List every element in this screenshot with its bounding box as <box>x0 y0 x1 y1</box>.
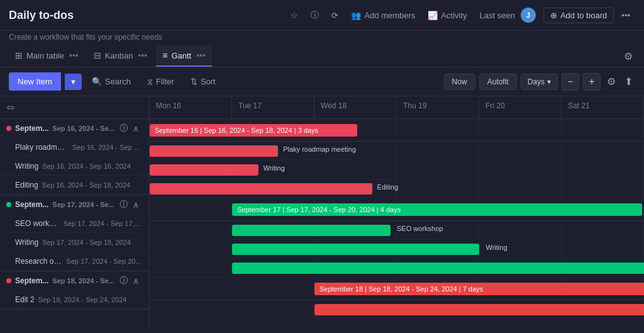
gantt-controls: Now Autofit Days ▾ − + ⚙ ⬆ <box>444 73 635 91</box>
group-3-chevron-icon[interactable]: ∧ <box>133 276 139 286</box>
sort-button[interactable]: ⇅ Sort <box>184 73 222 90</box>
add-to-board-button[interactable]: ⊕ Add to board <box>543 8 614 23</box>
gantt-cell <box>479 179 562 198</box>
task-date: Sep 17, 2024 - Sep 20, 2... <box>66 257 143 265</box>
group-3: Septem... Sep 18, 2024 - Se... ⓘ ∧ Edit … <box>0 271 149 310</box>
gantt-chart-area[interactable]: Mon 16 Tue 17 Wed 18 Thu 19 Fri 20 Sat 2… <box>150 96 644 327</box>
new-item-dropdown-button[interactable]: ▼ <box>65 74 82 90</box>
activity-button[interactable]: 📈 Activity <box>423 8 472 23</box>
gantt-task-row: Writing <box>150 240 644 259</box>
gantt-inner: Mon 16 Tue 17 Wed 18 Thu 19 Fri 20 Sat 2… <box>150 96 644 319</box>
days-dropdown-button[interactable]: Days ▾ <box>521 74 558 90</box>
gantt-task-row <box>150 300 644 319</box>
search-button[interactable]: 🔍 Search <box>86 73 137 90</box>
task-row[interactable]: Research on ... Sep 17, 2024 - Sep 20, 2… <box>0 252 149 271</box>
group-2-bar: September 17 | Sep 17, 2024 - Sep 20, 20… <box>232 203 642 216</box>
tab-main-table-dots[interactable]: ••• <box>69 50 79 60</box>
task-bar-label: Editing <box>377 183 399 191</box>
refresh-button[interactable]: ⟳ <box>326 8 343 23</box>
task-row[interactable]: Writing Sep 17, 2024 - Sep 18, 2024 <box>0 233 149 252</box>
group-2-chevron-icon[interactable]: ∧ <box>133 200 139 210</box>
task-row[interactable]: Writing Sep 16, 2024 - Sep 16, 2024 <box>0 157 149 176</box>
gantt-cell <box>397 161 479 179</box>
gantt-cell <box>479 161 562 179</box>
group-2-date: Sep 17, 2024 - Se... <box>52 201 114 208</box>
gantt-cell <box>150 198 232 220</box>
gantt-cell <box>397 142 479 160</box>
group-1-bar: September 16 | Sep 16, 2024 - Sep 18, 20… <box>150 124 357 137</box>
task-row[interactable]: Plaky roadmap ... Sep 16, 2024 - Sep 1..… <box>0 138 149 157</box>
board-settings-button[interactable]: ⚙ <box>621 48 635 65</box>
autofit-button[interactable]: Autofit <box>479 74 517 90</box>
tab-main-table[interactable]: ⊞ Main table ••• <box>9 45 85 67</box>
activity-icon: 📈 <box>428 11 438 20</box>
gantt-task-row: Plaky roadmap meeting <box>150 142 644 161</box>
gantt-cell <box>479 221 562 239</box>
now-button[interactable]: Now <box>444 74 475 90</box>
day-col-mon16: Mon 16 <box>150 96 232 118</box>
export-button[interactable]: ⬆ <box>622 73 635 90</box>
group-2: Septem... Sep 17, 2024 - Se... ⓘ ∧ SEO w… <box>0 195 149 271</box>
filter-button[interactable]: ⧖ Filter <box>141 73 180 91</box>
column-header-row: ⇔ <box>0 96 149 119</box>
app-title: Daily to-dos <box>9 9 74 22</box>
filter-icon: ⧖ <box>147 77 153 87</box>
tab-kanban[interactable]: ⊟ Kanban ••• <box>87 45 154 67</box>
task-bar-label: SEO workshop <box>397 225 443 232</box>
info-button[interactable]: ⓘ <box>306 7 324 23</box>
gantt-settings-button[interactable]: ⚙ <box>604 73 618 90</box>
gantt-cell <box>232 300 314 319</box>
zoom-in-button[interactable]: + <box>583 73 601 91</box>
task-bar-label: Writing <box>486 244 507 251</box>
group-1-chevron-icon[interactable]: ∧ <box>133 124 139 133</box>
day-col-thu19: Thu 19 <box>397 96 479 118</box>
group-1-header: Septem... Sep 16, 2024 - Se... ⓘ ∧ <box>0 119 149 138</box>
group-3-info-icon[interactable]: ⓘ <box>119 275 128 286</box>
group-1: Septem... Sep 16, 2024 - Se... ⓘ ∧ Plaky… <box>0 119 149 195</box>
tab-gantt[interactable]: ≡ Gantt ••• <box>156 45 212 67</box>
app-subtitle: Create a workflow that fits your specifi… <box>0 31 644 45</box>
resize-icon: ⇔ <box>6 101 14 113</box>
app-header: Daily to-dos ☆ ⓘ ⟳ 👥 Add members 📈 Activ… <box>0 0 644 31</box>
star-button[interactable]: ☆ <box>286 8 303 23</box>
left-panel: ⇔ Septem... Sep 16, 2024 - Se... ⓘ ∧ Pla… <box>0 96 150 327</box>
sort-icon: ⇅ <box>191 77 197 86</box>
gantt-task-row: Research on GR <box>150 259 644 278</box>
task-bar-editing <box>150 183 372 195</box>
task-row[interactable]: Edit 2 Sep 18, 2024 - Sep 24, 2024 <box>0 290 149 309</box>
group-2-info-icon[interactable]: ⓘ <box>119 199 128 210</box>
gantt-cell <box>562 119 644 141</box>
add-members-button[interactable]: 👥 Add members <box>346 8 420 23</box>
gantt-cell <box>150 259 232 277</box>
plus-circle-icon: ⊕ <box>550 11 557 20</box>
gantt-cell <box>562 221 644 239</box>
task-date: Sep 17, 2024 - Sep 17, 20... <box>64 220 143 227</box>
gantt-cell <box>397 119 479 141</box>
group-1-info-icon[interactable]: ⓘ <box>119 123 128 134</box>
task-date: Sep 16, 2024 - Sep 18, 2024 <box>42 181 131 189</box>
task-name: Edit 2 <box>15 295 35 304</box>
new-item-button[interactable]: New Item <box>9 72 61 91</box>
gantt-cell <box>397 179 479 198</box>
day-col-fri20: Fri 20 <box>479 96 562 118</box>
day-col-tue17: Tue 17 <box>232 96 314 118</box>
task-name: SEO worksh... <box>15 219 60 228</box>
zoom-out-button[interactable]: − <box>562 73 579 91</box>
day-headers: Mon 16 Tue 17 Wed 18 Thu 19 Fri 20 Sat 2… <box>150 96 644 119</box>
task-row[interactable]: Editing Sep 16, 2024 - Sep 18, 2024 <box>0 176 149 195</box>
tab-gantt-label: Gantt <box>171 51 191 60</box>
header-actions: ☆ ⓘ ⟳ 👥 Add members 📈 Activity Last seen… <box>286 5 635 25</box>
tab-gantt-dots[interactable]: ••• <box>196 50 206 60</box>
task-row[interactable]: SEO worksh... Sep 17, 2024 - Sep 17, 20.… <box>0 214 149 233</box>
add-members-icon: 👥 <box>351 11 361 20</box>
day-col-wed18: Wed 18 <box>314 96 397 118</box>
tab-kanban-dots[interactable]: ••• <box>138 50 148 60</box>
chevron-down-icon: ▾ <box>547 77 551 86</box>
group-3-date: Sep 18, 2024 - Se... <box>52 277 114 285</box>
gantt-cell <box>150 240 232 258</box>
main-content: ⇔ Septem... Sep 16, 2024 - Se... ⓘ ∧ Pla… <box>0 96 644 327</box>
group-2-dot <box>6 202 11 207</box>
more-options-button[interactable]: ••• <box>616 8 635 23</box>
gantt-cell <box>150 278 232 300</box>
gantt-cell <box>562 179 644 198</box>
